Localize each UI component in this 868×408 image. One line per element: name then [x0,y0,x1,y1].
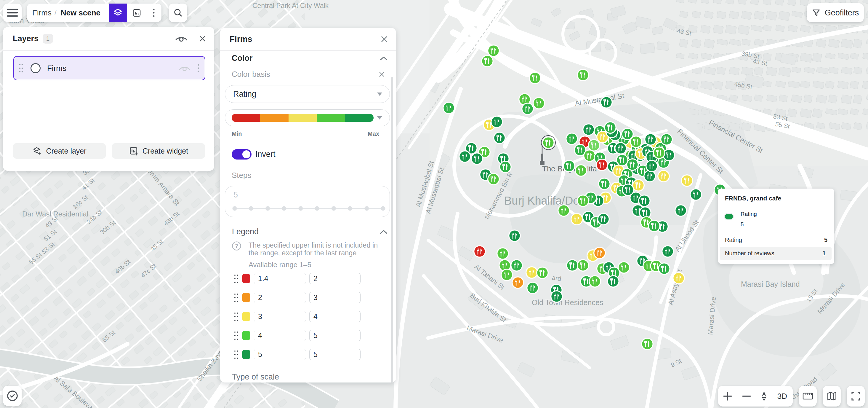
svg-text:?: ? [235,243,238,249]
svg-text:Old Town Residences: Old Town Residences [532,298,603,307]
svg-text:Burj Khalifa/Dow: Burj Khalifa/Dow [504,195,587,207]
svg-text:Marasi Bay Island: Marasi Bay Island [741,280,800,288]
svg-text:ard: ard [551,274,562,282]
svg-text:Central Park At City Walk: Central Park At City Walk [252,2,329,9]
